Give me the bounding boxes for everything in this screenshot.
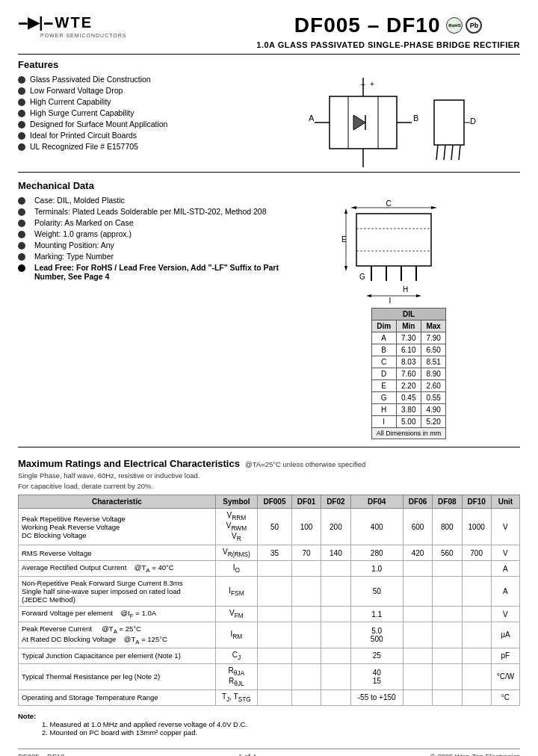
unit-cell: A — [491, 577, 519, 607]
svg-marker-28 — [350, 206, 356, 209]
list-item: Mounting Position: Any — [18, 241, 290, 250]
table-row: Non-Repetitive Peak Forward Surge Curren… — [19, 577, 520, 607]
table-row: Peak Repetitive Reverse VoltageWorking P… — [19, 509, 520, 545]
list-item: High Surge Current Capability — [18, 108, 265, 117]
dil-row: G0.450.55 — [371, 392, 446, 404]
dil-table: DIL Dim Min Max A7.307.90 B6.106.50 C8.0… — [371, 308, 447, 439]
char-cell: Non-Repetitive Peak Forward Surge Curren… — [19, 577, 216, 607]
list-item: Terminals: Plated Leads Solderable per M… — [18, 207, 290, 216]
table-row: Typical Junction Capacitance per element… — [19, 648, 520, 663]
dil-col-dim: Dim — [371, 320, 396, 332]
max-ratings-heading: Maximum Ratings and Electrical Character… — [18, 458, 520, 469]
svg-text:E: E — [341, 235, 347, 244]
bullet-icon — [18, 121, 25, 128]
list-item: Marking: Type Number — [18, 252, 290, 261]
ratings-table: Characteristic Symbol DF005 DF01 DF02 DF… — [18, 495, 520, 706]
char-cell: Peak Reverse Current @TA = 25°CAt Rated … — [19, 622, 216, 648]
max-ratings-title: Maximum Ratings and Electrical Character… — [18, 458, 240, 469]
features-title: Features — [18, 59, 520, 70]
dil-row: D7.608.90 — [371, 368, 446, 380]
val-cell: 200 — [321, 509, 350, 545]
symbol-cell: IRM — [215, 622, 257, 648]
val-cell — [462, 577, 491, 607]
features-divider — [18, 172, 520, 173]
val-cell — [462, 663, 491, 690]
table-row: Operating and Storage Temperature Range … — [19, 690, 520, 705]
val-cell — [403, 622, 432, 648]
bullet-icon — [18, 197, 25, 205]
ratings-subtext2: For capacitive load, derate current by 2… — [18, 482, 520, 490]
val-cell — [403, 561, 432, 577]
bullet-icon — [18, 99, 25, 106]
unit-cell: A — [491, 561, 519, 577]
mechanical-content: Case: DIL, Molded Plastic Terminals: Pla… — [18, 196, 520, 439]
val-cell: 600 — [403, 509, 432, 545]
symbol-cell: IO — [215, 561, 257, 577]
val-cell — [433, 622, 462, 648]
logo-symbol: ‒▶|‒ WTE — [18, 13, 93, 31]
svg-rect-13 — [434, 100, 464, 145]
bullet-icon — [18, 87, 25, 95]
val-cell — [258, 648, 292, 663]
mechanical-title: Mechanical Data — [18, 180, 520, 191]
val-cell — [433, 663, 462, 690]
val-cell: 420 — [403, 545, 432, 561]
svg-text:I: I — [389, 297, 392, 303]
val-cell — [403, 663, 432, 690]
val-cell: 35 — [258, 545, 292, 561]
dil-col-min: Min — [396, 320, 421, 332]
val-cell — [291, 663, 321, 690]
val-cell — [321, 663, 350, 690]
part-number: DF005 – DF10 — [294, 13, 441, 37]
val-cell — [433, 648, 462, 663]
svg-line-15 — [444, 145, 445, 160]
dimensional-diagram-svg: C E G H I — [334, 199, 483, 303]
val-cell — [258, 577, 292, 607]
logo-subtitle: POWER SEMICONDUCTORS — [40, 33, 127, 38]
mechanical-divider — [18, 447, 520, 447]
val-cell — [403, 577, 432, 607]
svg-text:D: D — [470, 117, 476, 126]
bullet-icon — [18, 76, 25, 84]
svg-text:+: + — [370, 80, 374, 88]
note-2: 2. Mounted on PC board with 13mm² copper… — [42, 728, 520, 737]
bullet-icon — [18, 220, 25, 227]
symbol-cell: IFSM — [215, 577, 257, 607]
val-cell — [291, 577, 321, 607]
bullet-icon — [18, 132, 25, 140]
val-cell — [433, 577, 462, 607]
val-cell: 280 — [350, 545, 403, 561]
col-df06: DF06 — [403, 495, 432, 509]
table-row: Average Rectified Output Current @TA = 4… — [19, 561, 520, 577]
val-cell — [462, 690, 491, 705]
val-cell: 1.0 — [350, 561, 403, 577]
ratings-subtext1: Single Phase, half wave, 60Hz, resistive… — [18, 471, 520, 480]
val-cell — [291, 561, 321, 577]
svg-marker-39 — [416, 294, 421, 297]
svg-rect-20 — [356, 214, 431, 266]
unit-cell: V — [491, 607, 519, 622]
val-cell — [462, 622, 491, 648]
page-footer: DF005 – DF10 1 of 4 © 2005 Won-Top Elect… — [18, 749, 520, 756]
part-number-area: DF005 – DF10 RoHS Pb 1.0A GLASS PASSIVAT… — [256, 13, 520, 49]
list-item: UL Recognized File # E157705 — [18, 142, 265, 151]
val-cell: 100 — [291, 509, 321, 545]
col-df02: DF02 — [321, 495, 350, 509]
val-cell — [403, 690, 432, 705]
val-cell — [321, 648, 350, 663]
package-diagram-svg: A B – + D — [300, 78, 494, 167]
unit-cell: °C — [491, 690, 519, 705]
symbol-cell: VFM — [215, 607, 257, 622]
symbol-cell: CJ — [215, 648, 257, 663]
table-row: Forward Voltage per element @IF = 1.0A V… — [19, 607, 520, 622]
val-cell: -55 to +150 — [350, 690, 403, 705]
features-section: Features Glass Passivated Die Constructi… — [18, 59, 520, 167]
mechanical-diagram-col: C E G H I DIL Dim Mi — [297, 196, 520, 439]
svg-text:C: C — [386, 199, 391, 208]
notes-section: Note: 1. Measured at 1.0 MHz and applied… — [18, 712, 520, 737]
val-cell: 700 — [462, 545, 491, 561]
svg-text:–: – — [361, 80, 365, 88]
features-content: Glass Passivated Die Construction Low Fo… — [18, 75, 520, 167]
val-cell — [291, 622, 321, 648]
bullet-icon — [18, 242, 25, 250]
